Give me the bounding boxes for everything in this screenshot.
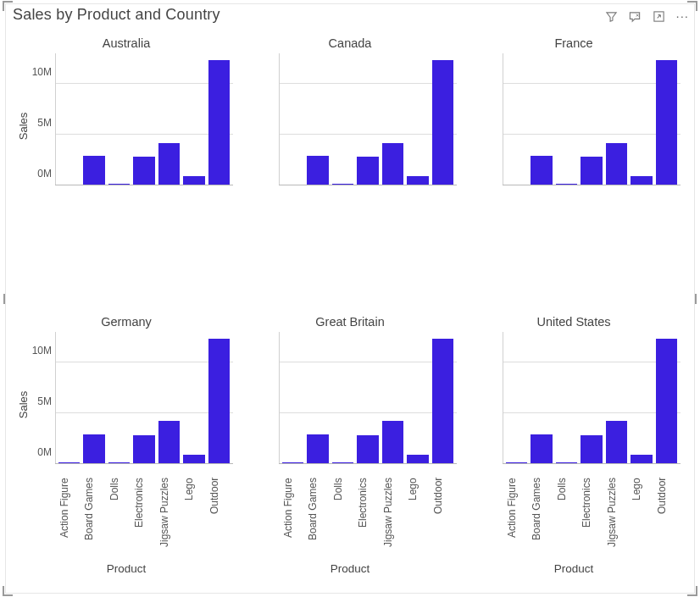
plot-area[interactable]: [279, 53, 457, 199]
bar-outdoor[interactable]: [432, 339, 453, 464]
y-tick-label: 10M: [18, 345, 52, 357]
bar-electronics[interactable]: [357, 435, 378, 464]
chart-visual-container[interactable]: Sales by Product and Country ··· Austral…: [5, 3, 695, 594]
x-axis-ticks: Action FigureBoard GamesDollsElectronics…: [55, 478, 233, 561]
x-tick-label: Board Games: [531, 478, 552, 561]
resize-handle-right[interactable]: [695, 294, 697, 304]
x-tick-label: Dolls: [332, 478, 353, 561]
plot-area[interactable]: [503, 332, 681, 478]
resize-handle-bl[interactable]: [3, 586, 13, 596]
plot-area[interactable]: [279, 332, 457, 478]
x-axis-label: Product: [462, 562, 686, 575]
bar-outdoor[interactable]: [208, 60, 230, 185]
y-tick-label: 5M: [18, 117, 52, 129]
x-tick-label: Electronics: [581, 478, 602, 561]
bar-group: [503, 332, 681, 464]
x-axis-line: [503, 463, 681, 464]
bar-board-games[interactable]: [531, 434, 552, 464]
panel-title: Germany: [14, 315, 238, 332]
bar-board-games[interactable]: [83, 434, 104, 464]
bar-outdoor[interactable]: [432, 60, 453, 185]
panel-canada: Canada: [238, 31, 462, 310]
x-axis-label: Product: [238, 562, 462, 575]
bar-board-games[interactable]: [531, 156, 552, 185]
resize-handle-br[interactable]: [687, 586, 697, 596]
y-tick-label: 5M: [18, 395, 52, 407]
bar-board-games[interactable]: [307, 434, 328, 464]
panel-title: Australia: [14, 36, 238, 53]
plot-area[interactable]: [503, 53, 681, 199]
filter-icon[interactable]: [604, 9, 618, 23]
x-tick-label: Jigsaw Puzzles: [382, 478, 403, 561]
x-axis-line: [55, 185, 233, 185]
x-tick-label: Electronics: [357, 478, 378, 561]
focus-mode-icon[interactable]: [652, 9, 665, 23]
chart-title: Sales by Product and Country: [13, 6, 220, 24]
more-options-icon[interactable]: ···: [675, 10, 689, 22]
panel-title: United States: [462, 315, 686, 332]
small-multiples-grid: AustraliaSales0M5M10MCanadaFranceGermany…: [6, 28, 694, 593]
x-axis-line: [279, 463, 457, 464]
y-axis-ticks: 0M5M10M: [18, 53, 52, 185]
bar-group: [279, 53, 457, 185]
bar-group: [279, 332, 457, 464]
bar-electronics[interactable]: [581, 435, 602, 464]
bar-electronics[interactable]: [133, 157, 154, 185]
bar-jigsaw-puzzles[interactable]: [606, 421, 627, 463]
panel-title: France: [462, 36, 686, 53]
panel-great-britain: Great BritainAction FigureBoard GamesDol…: [238, 310, 462, 589]
x-axis-line: [279, 185, 457, 185]
y-tick-label: 0M: [18, 446, 52, 458]
x-tick-label: Jigsaw Puzzles: [158, 478, 180, 561]
x-tick-label: Lego: [407, 478, 428, 561]
x-axis-ticks: Action FigureBoard GamesDollsElectronics…: [503, 478, 681, 561]
comment-icon[interactable]: [628, 9, 642, 23]
x-tick-label: Outdoor: [432, 478, 453, 561]
x-tick-label: Dolls: [108, 478, 130, 561]
bar-electronics[interactable]: [133, 435, 154, 464]
panel-title: Canada: [238, 36, 462, 53]
bar-board-games[interactable]: [307, 156, 328, 185]
x-tick-label: Action Figure: [282, 478, 303, 561]
bar-outdoor[interactable]: [208, 339, 230, 464]
x-tick-label: Board Games: [83, 478, 104, 561]
bar-board-games[interactable]: [83, 156, 104, 185]
x-tick-label: Lego: [631, 478, 652, 561]
y-tick-label: 0M: [18, 168, 52, 180]
plot-area[interactable]: Sales0M5M10M: [55, 332, 233, 478]
x-tick-label: Lego: [183, 478, 204, 561]
x-tick-label: Outdoor: [656, 478, 677, 561]
plot-area[interactable]: Sales0M5M10M: [55, 53, 233, 199]
bar-electronics[interactable]: [581, 157, 602, 185]
x-axis-line: [55, 463, 233, 464]
bar-group: [55, 332, 233, 464]
bar-electronics[interactable]: [357, 157, 378, 185]
visual-header: Sales by Product and Country ···: [6, 4, 694, 28]
x-tick-label: Action Figure: [506, 478, 527, 561]
bar-outdoor[interactable]: [656, 60, 677, 185]
resize-handle-tl[interactable]: [3, 1, 13, 11]
x-tick-label: Board Games: [307, 478, 328, 561]
x-axis-ticks: Action FigureBoard GamesDollsElectronics…: [279, 478, 457, 561]
bar-jigsaw-puzzles[interactable]: [606, 143, 627, 185]
y-tick-label: 10M: [18, 66, 52, 78]
bar-group: [55, 53, 233, 185]
bar-jigsaw-puzzles[interactable]: [382, 143, 403, 185]
bar-jigsaw-puzzles[interactable]: [158, 421, 180, 463]
x-tick-label: Outdoor: [208, 478, 230, 561]
y-axis-ticks: 0M5M10M: [18, 332, 52, 464]
visual-header-icons: ···: [604, 6, 689, 23]
x-tick-label: Dolls: [556, 478, 577, 561]
bar-outdoor[interactable]: [656, 339, 677, 464]
resize-handle-left[interactable]: [3, 294, 5, 304]
resize-handle-tr[interactable]: [687, 1, 697, 11]
x-tick-label: Action Figure: [58, 478, 80, 561]
bar-group: [503, 53, 681, 185]
x-tick-label: Electronics: [133, 478, 154, 561]
x-axis-label: Product: [14, 562, 238, 575]
bar-jigsaw-puzzles[interactable]: [382, 421, 403, 463]
x-axis-line: [503, 185, 681, 185]
panel-germany: GermanySales0M5M10MAction FigureBoard Ga…: [14, 310, 238, 589]
bar-jigsaw-puzzles[interactable]: [158, 143, 180, 185]
x-tick-label: Jigsaw Puzzles: [606, 478, 627, 561]
